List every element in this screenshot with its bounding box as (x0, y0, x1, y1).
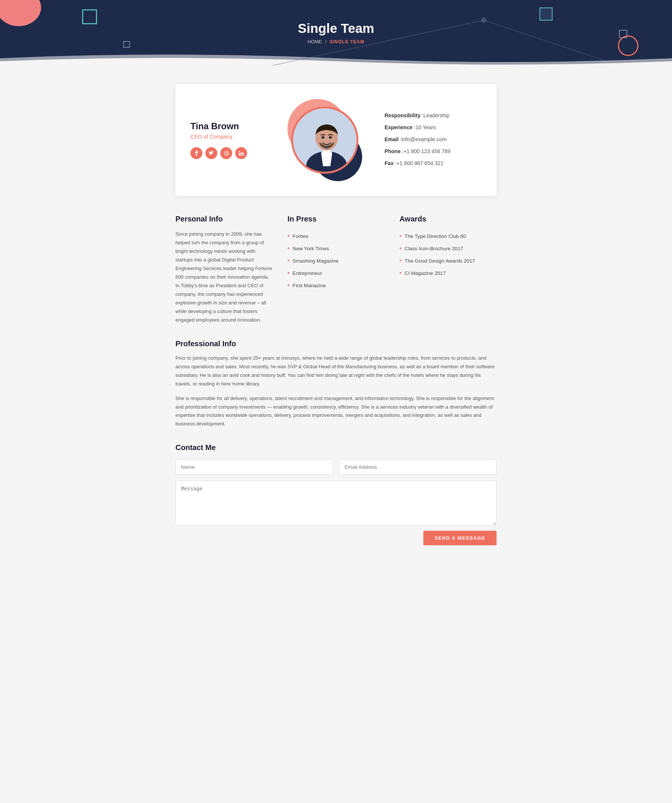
breadcrumb-separator: / (325, 39, 327, 44)
svg-rect-7 (239, 153, 240, 156)
bio-section: Personal Info Since joining company in 2… (175, 215, 497, 325)
form-row-name-email (175, 459, 497, 475)
breadcrumb-home[interactable]: HOME (308, 39, 322, 44)
linkedin-icon[interactable] (235, 147, 247, 159)
main-content: Tina Brown CEO of Company (168, 84, 504, 568)
send-message-button[interactable]: SEND A MESSAGE (424, 531, 497, 545)
personal-info-col: Personal Info Since joining company in 2… (175, 215, 273, 325)
in-press-col: In Press ForbesNew York TimesSmashing Ma… (287, 215, 385, 325)
fax-value: :+1 800 987 654 321 (395, 160, 443, 166)
breadcrumb-current: SINGLE TEAM (330, 39, 364, 44)
fax-label: Fax (385, 160, 393, 166)
press-list-item: Entrepreneur (287, 267, 385, 280)
svg-line-1 (484, 20, 605, 60)
contact-section: Contact Me SEND A MESSAGE (175, 443, 497, 545)
professional-info-p2: She is responsible for all delivery, ope… (175, 394, 497, 429)
name-input[interactable] (175, 459, 333, 475)
detail-experience: Experience :10 Years (385, 122, 482, 133)
award-list-item: The Type Direction Club 60 (399, 230, 497, 242)
profile-image-area (287, 99, 362, 181)
page-title: Single Team (298, 21, 375, 36)
social-icons-group (190, 147, 265, 159)
awards-col: Awards The Type Direction Club 60Class I… (399, 215, 497, 325)
professional-info-title: Professional Info (175, 340, 497, 348)
detail-phone: Phone :+1 800 123 456 789 (385, 146, 482, 156)
contact-title: Contact Me (175, 443, 497, 452)
svg-rect-4 (224, 151, 229, 155)
profile-left: Tina Brown CEO of Company (190, 121, 265, 159)
press-list-item: First Manazine (287, 280, 385, 292)
svg-point-14 (329, 137, 332, 138)
profile-name: Tina Brown (190, 121, 265, 132)
press-list: ForbesNew York TimesSmashing MagazineEnt… (287, 230, 385, 292)
responsibility-value: :Leadership (422, 112, 450, 119)
message-textarea[interactable] (175, 481, 497, 525)
experience-label: Experience (385, 124, 412, 130)
facebook-icon[interactable] (190, 147, 202, 159)
svg-point-5 (226, 153, 227, 154)
press-list-item: New York Times (287, 242, 385, 255)
profile-avatar (291, 106, 359, 174)
twitter-icon[interactable] (205, 147, 217, 159)
breadcrumb: HOME / SINGLE TEAM (308, 39, 364, 44)
press-list-item: Forbes (287, 230, 385, 242)
awards-list: The Type Direction Club 60Class Icon-Bro… (399, 230, 497, 280)
contact-form: SEND A MESSAGE (175, 459, 497, 545)
profile-details: Responsibility :Leadership Experience :1… (385, 110, 482, 170)
professional-info-p1: Prior to joining company, she spent 20+ … (175, 354, 497, 388)
email-label: Email (385, 137, 399, 142)
profile-job-title: CEO of Company (190, 134, 265, 140)
email-value: :info@example.com (400, 137, 446, 142)
award-list-item: The Good Design Awards 2017 (399, 255, 497, 267)
detail-email: Email :info@example.com (385, 134, 482, 145)
svg-point-6 (227, 152, 227, 152)
profile-card: Tina Brown CEO of Company (175, 84, 497, 196)
phone-label: Phone (385, 148, 401, 154)
in-press-title: In Press (287, 215, 385, 223)
experience-value: :10 Years (414, 124, 436, 130)
responsibility-label: Responsibility (385, 112, 420, 119)
personal-info-text: Since joining company in 2009, she has h… (175, 230, 273, 325)
award-list-item: Class Icon-Brochure 2017 (399, 242, 497, 255)
awards-title: Awards (399, 215, 497, 223)
detail-responsibility: Responsibility :Leadership (385, 110, 482, 120)
email-input[interactable] (339, 459, 497, 475)
svg-point-8 (239, 151, 240, 152)
hero-section: Single Team HOME / SINGLE TEAM (0, 0, 672, 65)
press-list-item: Smashing Magazine (287, 255, 385, 267)
professional-info-section: Professional Info Prior to joining compa… (175, 340, 497, 429)
award-list-item: CI Magazine 2017 (399, 267, 497, 280)
phone-value: :+1 800 123 456 789 (402, 148, 451, 154)
form-submit-row: SEND A MESSAGE (175, 531, 497, 545)
instagram-icon[interactable] (220, 147, 232, 159)
svg-point-13 (321, 137, 325, 138)
svg-point-2 (481, 18, 487, 23)
personal-info-title: Personal Info (175, 215, 273, 223)
detail-fax: Fax :+1 800 987 654 321 (385, 158, 482, 169)
